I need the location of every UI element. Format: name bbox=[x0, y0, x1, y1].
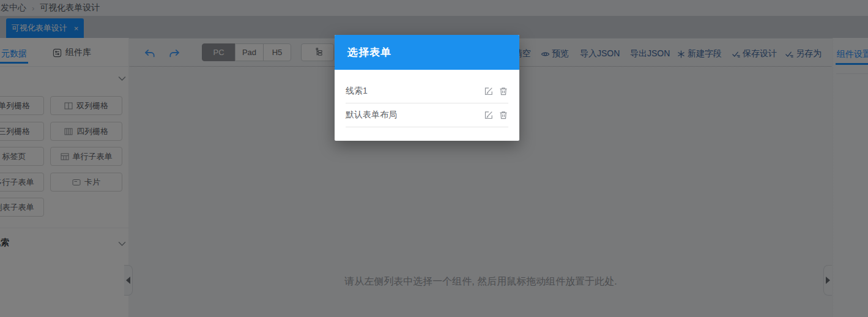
modal-header: 选择表单 bbox=[335, 35, 519, 70]
modal-title: 选择表单 bbox=[347, 45, 391, 59]
select-form-modal: 选择表单 线索1 默认表单布局 bbox=[335, 35, 519, 141]
edit-icon[interactable] bbox=[484, 110, 494, 120]
edit-icon[interactable] bbox=[484, 86, 494, 96]
form-list-item[interactable]: 默认表单布局 bbox=[346, 103, 508, 127]
row-actions bbox=[484, 110, 508, 120]
row-actions bbox=[484, 86, 508, 96]
trash-icon[interactable] bbox=[499, 86, 508, 96]
form-name[interactable]: 默认表单布局 bbox=[346, 110, 484, 121]
form-name[interactable]: 线索1 bbox=[346, 86, 484, 97]
form-list-item[interactable]: 线索1 bbox=[346, 80, 508, 103]
trash-icon[interactable] bbox=[499, 110, 508, 120]
modal-body: 线索1 默认表单布局 bbox=[335, 70, 519, 127]
